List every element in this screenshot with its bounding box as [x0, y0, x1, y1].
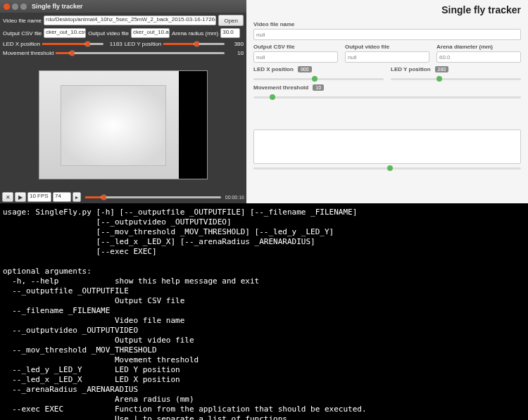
csv-label: Output CSV file: [3, 30, 42, 37]
r-mov-value: 10: [313, 84, 324, 91]
page-title: Single fly tracker: [253, 4, 521, 15]
arena-input[interactable]: 30.0: [220, 28, 240, 38]
r-csv-label: Output CSV file: [253, 44, 338, 50]
video-preview: [0, 58, 246, 191]
r-mov-label: Movement threshold: [253, 84, 308, 91]
r-outvideo-input[interactable]: [345, 51, 429, 63]
mov-value: 10: [227, 50, 244, 56]
play-button[interactable]: ▶: [15, 192, 26, 202]
ledy-value: 380: [227, 41, 244, 47]
video-frame: [39, 70, 208, 179]
mov-slider[interactable]: [56, 49, 225, 56]
web-panel: Single fly tracker Video file name Outpu…: [246, 0, 528, 203]
video-file-input[interactable]: rdo/Desktop/animal4_10hz_5sec_25mW_2_bac…: [44, 15, 216, 25]
r-diam-input[interactable]: [436, 51, 521, 63]
ledy-slider[interactable]: [163, 40, 225, 47]
ledx-label: LED X position: [3, 41, 40, 47]
time-total: 00:00:16: [225, 195, 244, 200]
ledx-slider[interactable]: [42, 40, 103, 47]
terminal-output: usage: SingleFly.py [-h] [--_outputfile …: [0, 203, 528, 420]
mov-label: Movement threshold: [3, 50, 54, 56]
arena-view: [61, 85, 166, 166]
frame-input[interactable]: 74: [53, 192, 71, 202]
r-ledx-slider[interactable]: [253, 76, 384, 82]
r-video-input[interactable]: [253, 29, 521, 40]
window-title: Single fly tracker: [32, 3, 83, 10]
ledy-label: LED Y position: [125, 41, 162, 47]
r-diam-label: Arena diameter (mm): [436, 44, 521, 50]
r-csv-input[interactable]: [253, 51, 338, 63]
fps-input[interactable]: 10 FPS: [27, 192, 51, 202]
arena-label: Arena radius (mm): [172, 30, 218, 37]
minimize-icon[interactable]: [12, 4, 18, 10]
close-icon[interactable]: [4, 4, 10, 10]
r-ledy-value: 280: [435, 66, 449, 72]
r-preview-area: [253, 129, 521, 165]
video-controls: ✕ ▶ 10 FPS 74 ▸ 00:00:16: [0, 191, 246, 203]
gtk-window: Single fly tracker Video file name rdo/D…: [0, 0, 246, 203]
open-button[interactable]: Open: [218, 15, 244, 26]
form-panel: Video file name rdo/Desktop/animal4_10hz…: [0, 13, 246, 58]
video-sidebar-black: [179, 71, 207, 179]
r-mov-slider[interactable]: [253, 94, 521, 128]
r-ledy-label: LED Y position: [391, 66, 431, 72]
csv-input[interactable]: cker_out_10.csv: [44, 28, 86, 38]
r-video-label: Video file name: [253, 21, 521, 27]
r-ledx-value: 900: [298, 66, 312, 72]
r-timeline-slider[interactable]: [253, 165, 521, 199]
stop-button[interactable]: ✕: [2, 192, 13, 202]
video-file-label: Video file name: [3, 18, 42, 24]
frame-step-button[interactable]: ▸: [73, 192, 81, 202]
outvideo-label: Output video file: [88, 30, 129, 37]
maximize-icon[interactable]: [20, 4, 27, 10]
timeline-slider[interactable]: [85, 193, 221, 201]
r-ledx-label: LED X position: [253, 66, 294, 72]
r-ledy-slider[interactable]: [391, 76, 521, 82]
outvideo-input[interactable]: cker_out_10.avi: [131, 28, 170, 38]
titlebar[interactable]: Single fly tracker: [0, 0, 246, 13]
r-outvideo-label: Output video file: [345, 44, 429, 50]
ledx-value: 1183: [106, 41, 122, 47]
